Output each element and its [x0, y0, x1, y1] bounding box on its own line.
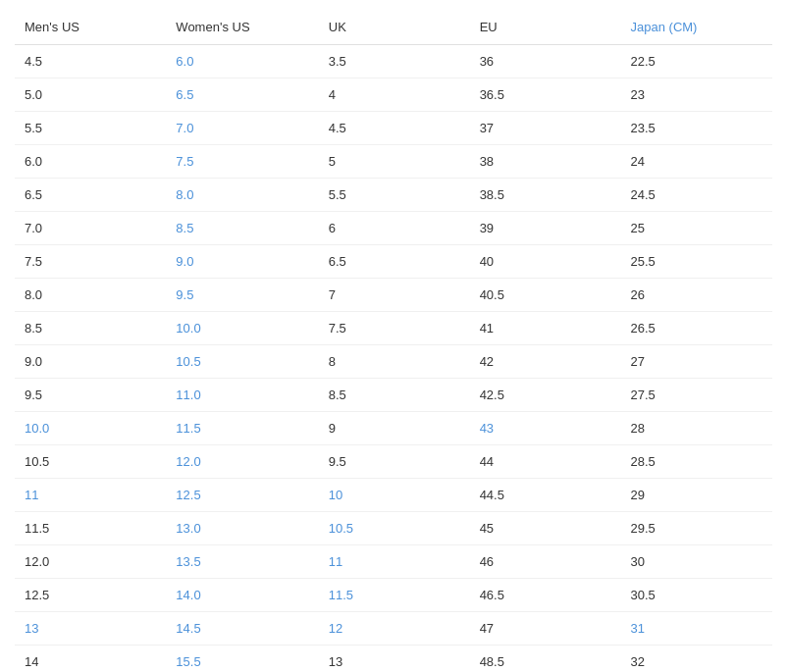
table-cell: 9.5: [319, 445, 470, 479]
table-cell: 11: [15, 479, 166, 512]
table-cell: 11: [319, 545, 470, 579]
table-cell: 13: [15, 612, 166, 646]
table-cell: 48.5: [470, 646, 621, 673]
table-cell: 38.5: [470, 179, 621, 212]
table-cell: 6.0: [15, 145, 166, 179]
table-cell: 8.5: [319, 379, 470, 412]
table-cell: 7: [319, 279, 470, 312]
table-row: 7.08.563925: [15, 212, 772, 245]
table-cell: 31: [621, 612, 772, 646]
table-cell: 12.5: [166, 479, 318, 512]
table-cell: 5.0: [15, 78, 166, 112]
table-cell: 42.5: [470, 379, 621, 412]
table-cell: 46: [470, 545, 621, 579]
table-cell: 37: [470, 112, 621, 145]
table-row: 11.513.010.54529.5: [15, 512, 772, 545]
table-cell: 22.5: [621, 45, 772, 78]
table-cell: 7.5: [319, 312, 470, 345]
table-cell: 11.5: [15, 512, 166, 545]
table-cell: 12.5: [15, 579, 166, 612]
table-cell: 13.0: [166, 512, 318, 545]
table-cell: 40.5: [470, 279, 621, 312]
table-cell: 5.5: [15, 112, 166, 145]
table-cell: 27.5: [621, 379, 772, 412]
table-row: 8.09.5740.526: [15, 279, 772, 312]
table-cell: 25.5: [621, 245, 772, 279]
table-cell: 9: [319, 412, 470, 445]
table-row: 8.510.07.54126.5: [15, 312, 772, 345]
table-row: 5.06.5436.523: [15, 78, 772, 112]
table-cell: 14.0: [166, 579, 318, 612]
table-cell: 8.5: [15, 312, 166, 345]
table-cell: 6: [319, 212, 470, 245]
size-chart-container: Men's US Women's US UK EU Japan (CM) 4.5…: [0, 0, 787, 672]
table-cell: 24: [621, 145, 772, 179]
table-header-row: Men's US Women's US UK EU Japan (CM): [15, 10, 772, 45]
table-cell: 11.0: [166, 379, 318, 412]
table-cell: 27: [621, 345, 772, 379]
header-uk: UK: [319, 10, 470, 45]
table-cell: 23.5: [621, 112, 772, 145]
table-cell: 8.0: [166, 179, 318, 212]
header-japan: Japan (CM): [621, 10, 772, 45]
table-cell: 5.5: [319, 179, 470, 212]
table-row: 1112.51044.529: [15, 479, 772, 512]
table-row: 1415.51348.532: [15, 646, 772, 673]
table-cell: 24.5: [621, 179, 772, 212]
table-cell: 10.0: [15, 412, 166, 445]
header-womens-us: Women's US: [166, 10, 318, 45]
table-cell: 42: [470, 345, 621, 379]
table-cell: 10.5: [15, 445, 166, 479]
table-cell: 28.5: [621, 445, 772, 479]
table-cell: 10.5: [166, 345, 318, 379]
table-cell: 44: [470, 445, 621, 479]
table-cell: 6.0: [166, 45, 318, 78]
table-cell: 38: [470, 145, 621, 179]
table-cell: 5: [319, 145, 470, 179]
table-cell: 45: [470, 512, 621, 545]
table-cell: 46.5: [470, 579, 621, 612]
table-cell: 14: [15, 646, 166, 673]
table-row: 6.07.553824: [15, 145, 772, 179]
size-chart-table: Men's US Women's US UK EU Japan (CM) 4.5…: [15, 10, 772, 672]
table-row: 9.511.08.542.527.5: [15, 379, 772, 412]
table-cell: 10: [319, 479, 470, 512]
table-cell: 3.5: [319, 45, 470, 78]
table-cell: 39: [470, 212, 621, 245]
table-cell: 7.5: [166, 145, 318, 179]
table-row: 10.011.594328: [15, 412, 772, 445]
table-cell: 9.5: [15, 379, 166, 412]
table-row: 12.514.011.546.530.5: [15, 579, 772, 612]
table-cell: 30: [621, 545, 772, 579]
table-cell: 4.5: [319, 112, 470, 145]
table-cell: 47: [470, 612, 621, 646]
table-cell: 4: [319, 78, 470, 112]
table-row: 10.512.09.54428.5: [15, 445, 772, 479]
table-cell: 40: [470, 245, 621, 279]
table-cell: 9.0: [166, 245, 318, 279]
header-mens-us: Men's US: [15, 10, 166, 45]
table-cell: 26.5: [621, 312, 772, 345]
table-row: 5.57.04.53723.5: [15, 112, 772, 145]
table-cell: 7.5: [15, 245, 166, 279]
table-cell: 14.5: [166, 612, 318, 646]
table-cell: 11.5: [166, 412, 318, 445]
table-cell: 30.5: [621, 579, 772, 612]
table-cell: 6.5: [15, 179, 166, 212]
table-cell: 4.5: [15, 45, 166, 78]
table-cell: 10.5: [319, 512, 470, 545]
table-cell: 23: [621, 78, 772, 112]
table-cell: 8.0: [15, 279, 166, 312]
table-cell: 41: [470, 312, 621, 345]
table-cell: 8: [319, 345, 470, 379]
table-cell: 13: [319, 646, 470, 673]
table-cell: 26: [621, 279, 772, 312]
table-cell: 13.5: [166, 545, 318, 579]
table-row: 7.59.06.54025.5: [15, 245, 772, 279]
table-cell: 15.5: [166, 646, 318, 673]
table-cell: 6.5: [166, 78, 318, 112]
table-cell: 6.5: [319, 245, 470, 279]
table-cell: 28: [621, 412, 772, 445]
table-cell: 25: [621, 212, 772, 245]
table-cell: 43: [470, 412, 621, 445]
